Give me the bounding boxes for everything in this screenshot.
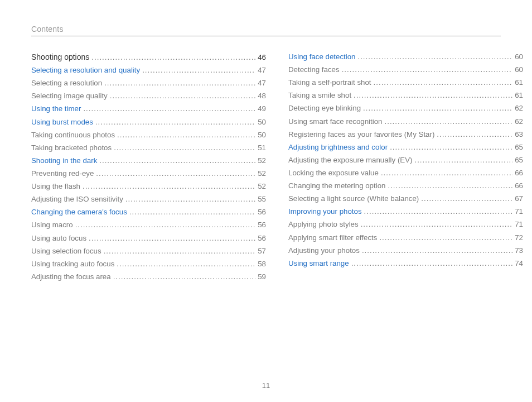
toc-page[interactable]: 65 [515, 155, 523, 166]
toc-label[interactable]: Shooting in the dark [31, 156, 97, 166]
toc-label[interactable]: Using smart range [288, 259, 349, 269]
toc-label[interactable]: Changing the camera's focus [31, 207, 127, 218]
toc-row[interactable]: Using selection focus 57 [31, 246, 266, 257]
toc-label[interactable]: Adjusting the exposure manually (EV) [288, 155, 412, 166]
toc-page[interactable]: 66 [515, 181, 523, 192]
toc-row[interactable]: Shooting options 46 [31, 52, 266, 63]
toc-label[interactable]: Taking a smile shot [288, 90, 351, 101]
toc-page[interactable]: 67 [515, 194, 523, 204]
toc-label[interactable]: Using auto focus [31, 233, 86, 244]
toc-row[interactable]: Detecting faces 60 [288, 65, 523, 75]
toc-row[interactable]: Adjusting the ISO sensitivity 55 [31, 194, 266, 205]
toc-page[interactable]: 71 [515, 219, 523, 230]
toc-label[interactable]: Adjusting your photos [288, 246, 360, 256]
toc-row[interactable]: Shooting in the dark 52 [31, 156, 266, 166]
toc-label[interactable]: Using smart face recognition [288, 117, 383, 127]
toc-label[interactable]: Using tracking auto focus [31, 259, 114, 270]
toc-row[interactable]: Using smart face recognition 62 [288, 117, 523, 127]
toc-page[interactable]: 56 [258, 207, 266, 218]
toc-row[interactable]: Using the timer 49 [31, 104, 266, 114]
toc-page[interactable]: 71 [515, 207, 523, 217]
toc-label[interactable]: Using macro [31, 220, 73, 231]
toc-label[interactable]: Taking continuous photos [31, 130, 115, 141]
toc-page[interactable]: 48 [258, 91, 266, 102]
toc-page[interactable]: 50 [258, 130, 266, 141]
toc-page[interactable]: 51 [258, 143, 266, 154]
toc-row[interactable]: Using burst modes 50 [31, 117, 266, 128]
toc-page[interactable]: 56 [258, 220, 266, 231]
toc-label[interactable]: Locking the exposure value [288, 168, 379, 179]
toc-label[interactable]: Using the timer [31, 104, 81, 114]
toc-page[interactable]: 62 [515, 103, 523, 114]
toc-label[interactable]: Improving your photos [288, 207, 362, 217]
toc-page[interactable]: 72 [515, 233, 523, 243]
toc-row[interactable]: Applying photo styles 71 [288, 219, 523, 230]
toc-row[interactable]: Locking the exposure value 66 [288, 168, 523, 179]
toc-label[interactable]: Taking a self-portrait shot [288, 78, 371, 88]
toc-row[interactable]: Taking continuous photos 50 [31, 130, 266, 141]
toc-row[interactable]: Taking a self-portrait shot 61 [288, 78, 523, 88]
toc-row[interactable]: Using tracking auto focus 58 [31, 259, 266, 270]
toc-page[interactable]: 55 [258, 194, 266, 205]
toc-label[interactable]: Preventing red-eye [31, 169, 94, 179]
toc-row[interactable]: Using macro 56 [31, 220, 266, 231]
toc-label[interactable]: Selecting a light source (White balance) [288, 194, 419, 204]
toc-row[interactable]: Adjusting the focus area 59 [31, 272, 266, 283]
toc-label[interactable]: Applying photo styles [288, 219, 359, 230]
toc-label[interactable]: Registering faces as your favorites (My … [288, 130, 434, 140]
toc-row[interactable]: Using face detection 60 [288, 52, 523, 63]
toc-page[interactable]: 50 [258, 117, 266, 128]
toc-label[interactable]: Detecting eye blinking [288, 103, 361, 114]
toc-row[interactable]: Adjusting the exposure manually (EV) 65 [288, 155, 523, 166]
toc-label[interactable]: Using selection focus [31, 246, 101, 257]
toc-page[interactable]: 47 [258, 65, 266, 76]
toc-row[interactable]: Changing the camera's focus 56 [31, 207, 266, 218]
toc-label[interactable]: Using burst modes [31, 117, 93, 128]
toc-page[interactable]: 61 [515, 90, 523, 101]
toc-page[interactable]: 61 [515, 78, 523, 88]
toc-row[interactable]: Applying smart filter effects 72 [288, 233, 523, 243]
toc-label[interactable]: Adjusting the ISO sensitivity [31, 194, 123, 205]
toc-row[interactable]: Improving your photos 71 [288, 207, 523, 217]
toc-page[interactable]: 47 [258, 78, 266, 89]
toc-label[interactable]: Using the flash [31, 181, 80, 192]
toc-page[interactable]: 63 [515, 130, 523, 140]
toc-row[interactable]: Selecting a light source (White balance)… [288, 194, 523, 204]
toc-row[interactable]: Selecting image quality 48 [31, 91, 266, 102]
toc-row[interactable]: Selecting a resolution and quality 47 [31, 65, 266, 76]
toc-label[interactable]: Adjusting the focus area [31, 272, 111, 283]
toc-label[interactable]: Shooting options [31, 52, 89, 63]
toc-page[interactable]: 49 [258, 104, 266, 114]
toc-label[interactable]: Selecting a resolution and quality [31, 65, 140, 76]
toc-page[interactable]: 60 [515, 52, 523, 63]
toc-row[interactable]: Using smart range 74 [288, 259, 523, 269]
toc-row[interactable]: Using the flash 52 [31, 181, 266, 192]
toc-row[interactable]: Taking bracketed photos 51 [31, 143, 266, 154]
toc-label[interactable]: Adjusting brightness and color [288, 142, 388, 153]
toc-page[interactable]: 52 [258, 156, 266, 166]
toc-label[interactable]: Detecting faces [288, 65, 340, 75]
toc-page[interactable]: 73 [515, 246, 523, 256]
toc-page[interactable]: 74 [515, 259, 523, 269]
toc-page[interactable]: 65 [515, 142, 523, 153]
toc-row[interactable]: Preventing red-eye 52 [31, 169, 266, 179]
toc-row[interactable]: Taking a smile shot 61 [288, 90, 523, 101]
toc-page[interactable]: 57 [258, 246, 266, 257]
toc-label[interactable]: Using face detection [288, 52, 355, 63]
toc-row[interactable]: Adjusting your photos 73 [288, 246, 523, 256]
toc-page[interactable]: 46 [258, 52, 266, 63]
toc-label[interactable]: Selecting image quality [31, 91, 108, 102]
toc-page[interactable]: 56 [258, 233, 266, 244]
toc-row[interactable]: Adjusting brightness and color 65 [288, 142, 523, 153]
toc-page[interactable]: 52 [258, 181, 266, 192]
toc-row[interactable]: Using auto focus 56 [31, 233, 266, 244]
toc-page[interactable]: 59 [258, 272, 266, 283]
toc-row[interactable]: Changing the metering option 66 [288, 181, 523, 192]
toc-row[interactable]: Detecting eye blinking 62 [288, 103, 523, 114]
toc-page[interactable]: 52 [258, 169, 266, 179]
toc-page[interactable]: 62 [515, 117, 523, 127]
toc-page[interactable]: 60 [515, 65, 523, 75]
toc-label[interactable]: Selecting a resolution [31, 78, 102, 89]
toc-row[interactable]: Registering faces as your favorites (My … [288, 130, 523, 140]
toc-label[interactable]: Changing the metering option [288, 181, 385, 192]
